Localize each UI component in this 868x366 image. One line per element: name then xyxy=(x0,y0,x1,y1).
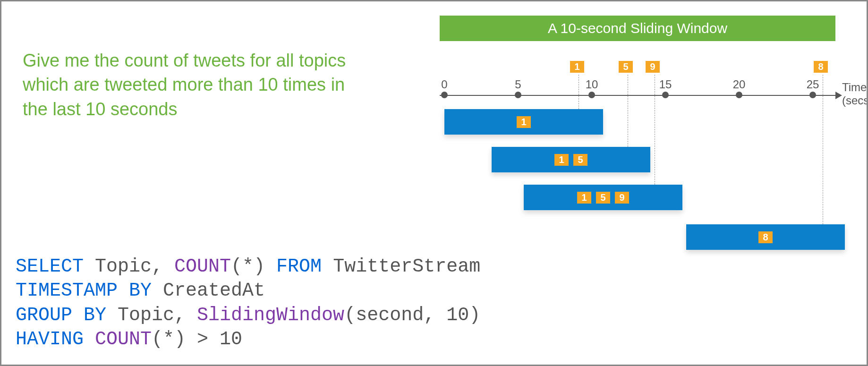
kw-from: FROM xyxy=(276,256,322,277)
kw-groupby: GROUP BY xyxy=(16,305,106,326)
window-event-badge: 1 xyxy=(577,192,591,204)
axis-tick-label: 20 xyxy=(733,78,746,91)
axis-tick-label: 10 xyxy=(586,78,598,91)
event-badge: 8 xyxy=(814,61,828,73)
axis-tick xyxy=(515,92,521,98)
op-cond: (*) > 10 xyxy=(152,329,242,350)
window-bar: 8 xyxy=(686,224,845,250)
window-bar: 159 xyxy=(524,185,682,210)
fn-slidingwindow: SlidingWindow xyxy=(197,305,344,326)
diagram-title: A 10-second Sliding Window xyxy=(548,20,727,36)
window-event-badge: 1 xyxy=(554,154,569,166)
fn-count: COUNT xyxy=(174,256,231,277)
id-gb-topic: Topic, xyxy=(106,305,197,326)
window-bar: 15 xyxy=(492,147,650,172)
drop-line xyxy=(579,75,579,109)
id-topic: Topic, xyxy=(84,256,174,277)
window-event-badge: 5 xyxy=(573,154,587,166)
event-badge: 1 xyxy=(570,61,584,73)
axis-tick-label: 25 xyxy=(807,78,819,91)
kw-select: SELECT xyxy=(16,256,84,277)
event-badge: 9 xyxy=(646,61,660,73)
sp xyxy=(84,329,95,350)
axis-line xyxy=(440,95,836,96)
window-event-badge: 1 xyxy=(517,116,531,128)
sliding-window-diagram: A 10-second Sliding Window Time (secs) 0… xyxy=(435,16,851,285)
window-bar: 1 xyxy=(444,109,603,135)
axis-tick xyxy=(441,92,448,98)
description-text: Give me the count of tweets for all topi… xyxy=(23,49,353,121)
axis-unit-label: Time (secs) xyxy=(842,81,868,107)
sql-code-block: SELECT Topic, COUNT(*) FROM TwitterStrea… xyxy=(16,255,480,351)
event-badge: 5 xyxy=(619,61,633,73)
diagram-title-bar: A 10-second Sliding Window xyxy=(440,16,835,41)
fn-count2: COUNT xyxy=(95,329,152,350)
window-event-badge: 8 xyxy=(758,231,773,243)
op-sw-args: (second, 10) xyxy=(344,305,480,326)
axis-tick-label: 15 xyxy=(659,78,672,91)
axis-tick-label: 0 xyxy=(441,78,447,91)
kw-having: HAVING xyxy=(16,329,84,350)
op-star: (*) xyxy=(231,256,276,277)
axis-unit-secs: (secs) xyxy=(842,94,868,107)
drop-line xyxy=(655,75,655,185)
drop-line xyxy=(628,75,628,147)
page-root: Give me the count of tweets for all topi… xyxy=(0,0,868,366)
axis-tick xyxy=(809,92,816,98)
axis-unit-time: Time xyxy=(842,81,868,94)
window-event-badge: 5 xyxy=(596,192,610,204)
axis-arrow-icon xyxy=(835,92,842,99)
drop-line xyxy=(823,75,823,224)
axis-tick xyxy=(662,92,669,98)
id-stream: TwitterStream xyxy=(322,256,480,277)
axis-tick xyxy=(736,92,742,98)
kw-timestampby: TIMESTAMP BY xyxy=(16,280,152,301)
axis-tick xyxy=(588,92,595,98)
axis-tick-label: 5 xyxy=(515,78,521,91)
window-event-badge: 9 xyxy=(615,192,629,204)
id-createdat: CreatedAt xyxy=(152,280,265,301)
